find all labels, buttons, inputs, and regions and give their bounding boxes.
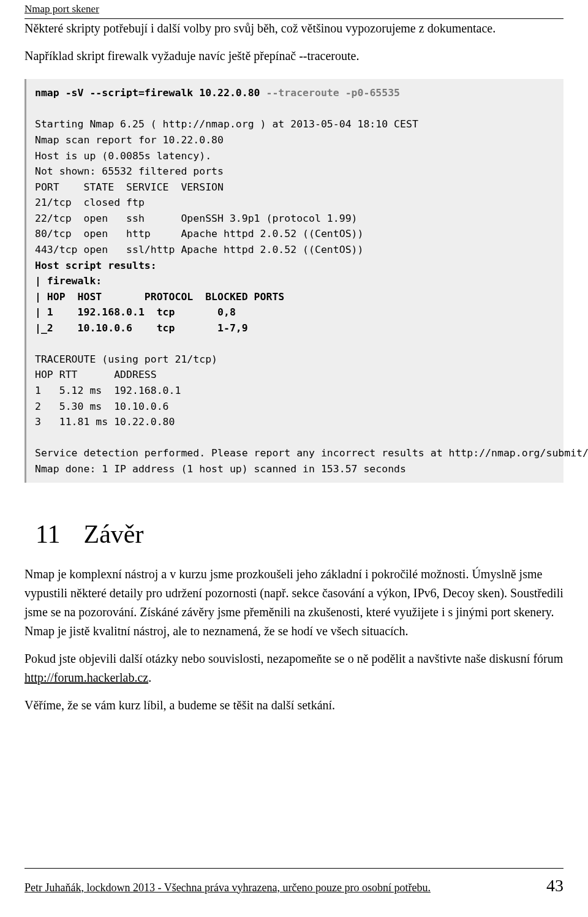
code-line: Not shown: 65532 filtered ports (35, 165, 224, 177)
page-footer: Petr Juhaňák, lockdown 2013 - Všechna pr… (24, 868, 564, 899)
code-line: Starting Nmap 6.25 ( http://nmap.org ) a… (35, 118, 418, 130)
code-line: 22/tcp open ssh OpenSSH 3.9p1 (protocol … (35, 213, 358, 224)
code-line: Host is up (0.0085s latency). (35, 150, 211, 162)
code-block: nmap -sV --script=firewalk 10.22.0.80 --… (24, 79, 564, 483)
chapter-title: Závěr (84, 520, 144, 548)
conclusion-para-3: Věříme, že se vám kurz líbil, a budeme s… (24, 696, 564, 715)
code-line: TRACEROUTE (using port 21/tcp) (35, 353, 217, 365)
code-line: 1 5.12 ms 192.168.0.1 (35, 385, 181, 396)
code-line: PORT STATE SERVICE VERSION (35, 181, 224, 193)
page-number: 43 (546, 872, 564, 899)
cmd-text: nmap -sV --script=firewalk 10.22.0.80 (35, 87, 266, 99)
intro-line-1: Některé skripty potřebují i další volby … (24, 19, 564, 38)
running-header: Nmap port skener (24, 0, 564, 19)
code-bold: | 1 192.168.0.1 tcp 0,8 (35, 306, 236, 318)
code-line: Nmap scan report for 10.22.0.80 (35, 134, 224, 146)
code-bold: Host script results: (35, 260, 157, 271)
code-bold: | HOP HOST PROTOCOL BLOCKED PORTS (35, 291, 284, 303)
code-line: 21/tcp closed ftp (35, 197, 145, 208)
chapter-number: 11 (36, 515, 71, 554)
conclusion-para-2: Pokud jste objevili další otázky nebo so… (24, 649, 564, 687)
chapter-heading: 11 Závěr (24, 515, 564, 554)
para2-post: . (148, 671, 151, 684)
intro-line-2: Například skript firewalk vyžaduje navíc… (24, 47, 564, 66)
conclusion-para-1: Nmap je komplexní nástroj a v kurzu jsme… (24, 565, 564, 641)
code-line: HOP RTT ADDRESS (35, 369, 157, 380)
code-line: Nmap done: 1 IP address (1 host up) scan… (35, 463, 406, 475)
forum-link[interactable]: http://forum.hackerlab.cz (24, 671, 148, 684)
code-bold: |_2 10.10.0.6 tcp 1-7,9 (35, 322, 248, 334)
code-bold: | firewalk: (35, 275, 102, 287)
footer-text: Petr Juhaňák, lockdown 2013 - Všechna pr… (24, 880, 431, 897)
code-line: 3 11.81 ms 10.22.0.80 (35, 416, 175, 428)
code-line: 443/tcp open ssl/http Apache httpd 2.0.5… (35, 244, 363, 255)
document-page: Nmap port skener Některé skripty potřebu… (0, 0, 588, 917)
cmd-grey: --traceroute -p0-65535 (266, 87, 401, 99)
code-line: 80/tcp open http Apache httpd 2.0.52 ((C… (35, 228, 363, 240)
code-line: 2 5.30 ms 10.10.0.6 (35, 401, 169, 412)
code-line: Service detection performed. Please repo… (35, 447, 588, 459)
para2-pre: Pokud jste objevili další otázky nebo so… (24, 652, 563, 665)
